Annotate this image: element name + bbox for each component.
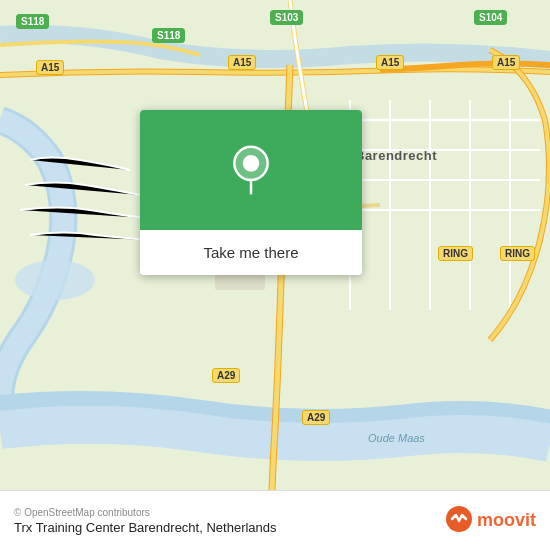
moovit-pin-icon [445, 505, 473, 537]
road-label-s118-1: S118 [16, 14, 49, 29]
road-label-s118-2: S118 [152, 28, 185, 43]
footer: © OpenStreetMap contributors Trx Trainin… [0, 490, 550, 550]
popup-header [140, 110, 362, 230]
location-pin-icon [226, 145, 276, 195]
road-label-a15-3: A15 [376, 55, 404, 70]
copyright-text: © OpenStreetMap contributors [14, 507, 277, 518]
road-label-a15-2: A15 [228, 55, 256, 70]
map-container: S118 S118 S103 S104 A15 A15 A15 A15 A29 … [0, 0, 550, 490]
svg-point-14 [243, 155, 260, 172]
moovit-logo: moovit [445, 505, 536, 537]
oude-maas-label: Oude Maas [368, 432, 425, 444]
road-label-a29-3: A29 [302, 410, 330, 425]
svg-point-1 [15, 260, 95, 300]
road-label-a15-1: A15 [36, 60, 64, 75]
popup-card: Take me there [140, 110, 362, 275]
road-label-s103: S103 [270, 10, 303, 25]
location-title: Trx Training Center Barendrecht, Netherl… [14, 520, 277, 535]
road-label-a15-4: A15 [492, 55, 520, 70]
footer-left: © OpenStreetMap contributors Trx Trainin… [14, 507, 277, 535]
take-me-there-button[interactable]: Take me there [195, 240, 306, 265]
road-label-s104: S104 [474, 10, 507, 25]
road-label-ring-2: RING [500, 246, 535, 261]
popup-button-area: Take me there [140, 230, 362, 275]
road-label-ring-1: RING [438, 246, 473, 261]
barendrecht-label: Barendrecht [355, 148, 437, 163]
road-label-a29-2: A29 [212, 368, 240, 383]
moovit-text: moovit [477, 510, 536, 531]
